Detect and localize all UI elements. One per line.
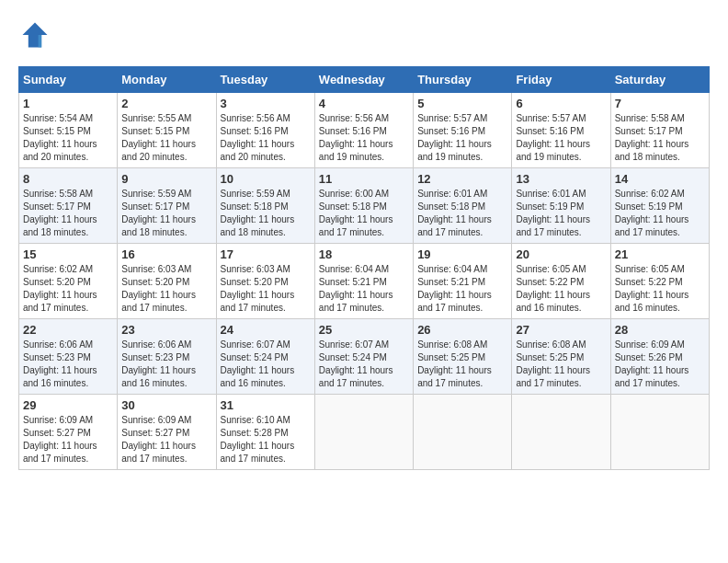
calendar-week-row: 15Sunrise: 6:02 AMSunset: 5:20 PMDayligh… — [19, 244, 710, 319]
day-number: 21 — [615, 247, 705, 261]
day-info: Sunrise: 5:57 AMSunset: 5:16 PMDaylight:… — [417, 112, 507, 164]
day-info: Sunrise: 6:03 AMSunset: 5:20 PMDaylight:… — [221, 263, 311, 315]
day-info: Sunrise: 6:09 AMSunset: 5:26 PMDaylight:… — [615, 339, 705, 390]
calendar-day-cell — [414, 395, 512, 470]
day-info: Sunrise: 5:58 AMSunset: 5:17 PMDaylight:… — [615, 112, 705, 164]
day-of-week-header: Thursday — [414, 67, 512, 93]
day-of-week-header: Friday — [512, 67, 610, 93]
day-number: 9 — [121, 172, 211, 186]
day-number: 25 — [319, 323, 409, 337]
day-info: Sunrise: 5:59 AMSunset: 5:17 PMDaylight:… — [121, 188, 211, 239]
day-number: 20 — [516, 247, 606, 261]
day-number: 11 — [319, 172, 409, 186]
day-info: Sunrise: 6:02 AMSunset: 5:19 PMDaylight:… — [615, 188, 705, 239]
calendar-week-row: 22Sunrise: 6:06 AMSunset: 5:23 PMDayligh… — [19, 319, 710, 395]
day-number: 15 — [23, 247, 113, 261]
day-info: Sunrise: 6:09 AMSunset: 5:27 PMDaylight:… — [23, 414, 113, 465]
day-info: Sunrise: 6:08 AMSunset: 5:25 PMDaylight:… — [516, 339, 606, 390]
calendar-day-cell: 26Sunrise: 6:08 AMSunset: 5:25 PMDayligh… — [414, 319, 512, 395]
day-info: Sunrise: 6:05 AMSunset: 5:22 PMDaylight:… — [516, 263, 606, 315]
day-info: Sunrise: 5:57 AMSunset: 5:16 PMDaylight:… — [516, 112, 606, 164]
day-info: Sunrise: 5:58 AMSunset: 5:17 PMDaylight:… — [23, 188, 113, 239]
day-number: 30 — [121, 398, 211, 412]
calendar-day-cell: 2Sunrise: 5:55 AMSunset: 5:15 PMDaylight… — [118, 93, 216, 168]
day-info: Sunrise: 6:01 AMSunset: 5:19 PMDaylight:… — [516, 188, 606, 239]
day-info: Sunrise: 6:06 AMSunset: 5:23 PMDaylight:… — [23, 339, 113, 390]
day-of-week-header: Monday — [118, 67, 216, 93]
calendar-day-cell: 4Sunrise: 5:56 AMSunset: 5:16 PMDaylight… — [314, 93, 413, 168]
calendar-day-cell: 15Sunrise: 6:02 AMSunset: 5:20 PMDayligh… — [19, 244, 118, 319]
calendar-day-cell: 10Sunrise: 5:59 AMSunset: 5:18 PMDayligh… — [216, 168, 314, 244]
day-number: 5 — [417, 97, 507, 110]
calendar-table: SundayMondayTuesdayWednesdayThursdayFrid… — [18, 66, 710, 470]
calendar-day-cell: 30Sunrise: 6:09 AMSunset: 5:27 PMDayligh… — [118, 395, 216, 470]
day-number: 16 — [121, 247, 211, 261]
calendar-day-cell: 5Sunrise: 5:57 AMSunset: 5:16 PMDaylight… — [414, 93, 512, 168]
day-info: Sunrise: 6:00 AMSunset: 5:18 PMDaylight:… — [319, 188, 409, 239]
day-number: 22 — [23, 323, 113, 337]
calendar-week-row: 29Sunrise: 6:09 AMSunset: 5:27 PMDayligh… — [19, 395, 710, 470]
day-number: 29 — [23, 398, 113, 412]
day-number: 14 — [615, 172, 705, 186]
day-of-week-header: Tuesday — [216, 67, 314, 93]
day-number: 19 — [417, 247, 507, 261]
day-of-week-header: Saturday — [610, 67, 709, 93]
day-number: 28 — [615, 323, 705, 337]
day-number: 2 — [121, 97, 211, 110]
day-info: Sunrise: 6:08 AMSunset: 5:25 PMDaylight:… — [417, 339, 507, 390]
day-number: 4 — [319, 97, 409, 110]
calendar-day-cell: 19Sunrise: 6:04 AMSunset: 5:21 PMDayligh… — [414, 244, 512, 319]
calendar-day-cell: 27Sunrise: 6:08 AMSunset: 5:25 PMDayligh… — [512, 319, 610, 395]
calendar-day-cell: 7Sunrise: 5:58 AMSunset: 5:17 PMDaylight… — [610, 93, 709, 168]
calendar-week-row: 1Sunrise: 5:54 AMSunset: 5:15 PMDaylight… — [19, 93, 710, 168]
calendar-day-cell: 3Sunrise: 5:56 AMSunset: 5:16 PMDaylight… — [216, 93, 314, 168]
page-header — [18, 18, 710, 52]
day-info: Sunrise: 5:56 AMSunset: 5:16 PMDaylight:… — [221, 112, 311, 164]
calendar-day-cell: 14Sunrise: 6:02 AMSunset: 5:19 PMDayligh… — [610, 168, 709, 244]
calendar-day-cell: 24Sunrise: 6:07 AMSunset: 5:24 PMDayligh… — [216, 319, 314, 395]
calendar-day-cell: 18Sunrise: 6:04 AMSunset: 5:21 PMDayligh… — [314, 244, 413, 319]
day-of-week-header: Sunday — [19, 67, 118, 93]
day-number: 23 — [121, 323, 211, 337]
day-number: 31 — [221, 398, 311, 412]
day-of-week-header: Wednesday — [314, 67, 413, 93]
day-number: 1 — [23, 97, 113, 110]
day-number: 26 — [417, 323, 507, 337]
calendar-day-cell: 25Sunrise: 6:07 AMSunset: 5:24 PMDayligh… — [314, 319, 413, 395]
logo — [18, 18, 55, 52]
day-number: 7 — [615, 97, 705, 110]
calendar-day-cell — [512, 395, 610, 470]
day-info: Sunrise: 5:59 AMSunset: 5:18 PMDaylight:… — [221, 188, 311, 239]
calendar-day-cell — [610, 395, 709, 470]
day-number: 27 — [516, 323, 606, 337]
calendar-day-cell: 11Sunrise: 6:00 AMSunset: 5:18 PMDayligh… — [314, 168, 413, 244]
calendar-day-cell: 23Sunrise: 6:06 AMSunset: 5:23 PMDayligh… — [118, 319, 216, 395]
day-number: 6 — [516, 97, 606, 110]
day-info: Sunrise: 5:55 AMSunset: 5:15 PMDaylight:… — [121, 112, 211, 164]
calendar-day-cell: 21Sunrise: 6:05 AMSunset: 5:22 PMDayligh… — [610, 244, 709, 319]
calendar-day-cell: 31Sunrise: 6:10 AMSunset: 5:28 PMDayligh… — [216, 395, 314, 470]
calendar-day-cell: 9Sunrise: 5:59 AMSunset: 5:17 PMDaylight… — [118, 168, 216, 244]
calendar-day-cell: 29Sunrise: 6:09 AMSunset: 5:27 PMDayligh… — [19, 395, 118, 470]
calendar-day-cell: 17Sunrise: 6:03 AMSunset: 5:20 PMDayligh… — [216, 244, 314, 319]
calendar-day-cell: 12Sunrise: 6:01 AMSunset: 5:18 PMDayligh… — [414, 168, 512, 244]
day-info: Sunrise: 6:03 AMSunset: 5:20 PMDaylight:… — [121, 263, 211, 315]
day-info: Sunrise: 6:06 AMSunset: 5:23 PMDaylight:… — [121, 339, 211, 390]
calendar-day-cell: 22Sunrise: 6:06 AMSunset: 5:23 PMDayligh… — [19, 319, 118, 395]
day-number: 18 — [319, 247, 409, 261]
day-info: Sunrise: 6:01 AMSunset: 5:18 PMDaylight:… — [417, 188, 507, 239]
calendar-header-row: SundayMondayTuesdayWednesdayThursdayFrid… — [19, 67, 710, 93]
day-info: Sunrise: 6:10 AMSunset: 5:28 PMDaylight:… — [221, 414, 311, 465]
calendar-day-cell: 28Sunrise: 6:09 AMSunset: 5:26 PMDayligh… — [610, 319, 709, 395]
calendar-day-cell: 6Sunrise: 5:57 AMSunset: 5:16 PMDaylight… — [512, 93, 610, 168]
day-info: Sunrise: 6:04 AMSunset: 5:21 PMDaylight:… — [417, 263, 507, 315]
calendar-day-cell: 8Sunrise: 5:58 AMSunset: 5:17 PMDaylight… — [19, 168, 118, 244]
day-info: Sunrise: 6:04 AMSunset: 5:21 PMDaylight:… — [319, 263, 409, 315]
day-number: 17 — [221, 247, 311, 261]
day-info: Sunrise: 6:07 AMSunset: 5:24 PMDaylight:… — [319, 339, 409, 390]
day-info: Sunrise: 6:02 AMSunset: 5:20 PMDaylight:… — [23, 263, 113, 315]
calendar-day-cell — [314, 395, 413, 470]
day-number: 10 — [221, 172, 311, 186]
calendar-day-cell: 1Sunrise: 5:54 AMSunset: 5:15 PMDaylight… — [19, 93, 118, 168]
day-info: Sunrise: 6:07 AMSunset: 5:24 PMDaylight:… — [221, 339, 311, 390]
